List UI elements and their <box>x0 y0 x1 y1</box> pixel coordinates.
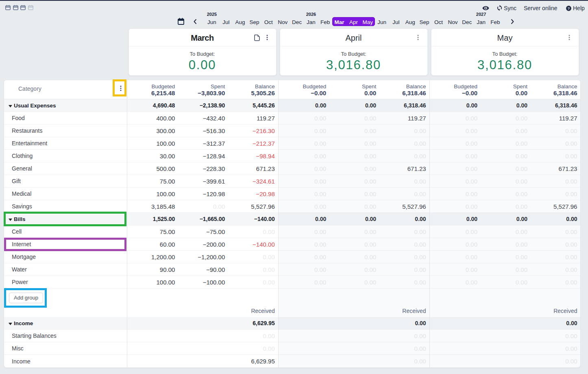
svg-text:?: ? <box>568 7 570 11</box>
